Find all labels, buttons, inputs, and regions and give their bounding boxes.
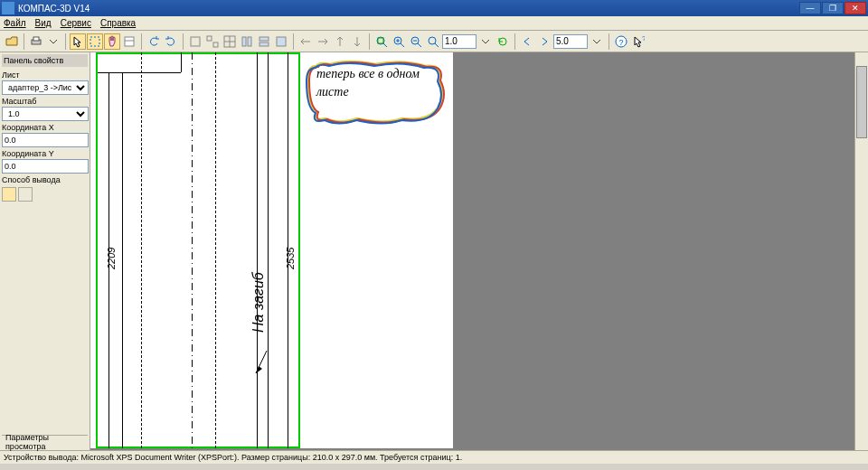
grid3-icon[interactable] <box>222 33 238 50</box>
svg-text:?: ? <box>618 38 623 47</box>
main-body: Панель свойств Лист адаптер_3 ->Лист 1 М… <box>0 52 868 450</box>
page-frame <box>96 52 300 448</box>
drawing-line <box>181 52 182 72</box>
drawing-line <box>122 72 123 448</box>
menubar: Файл Вид Сервис Справка <box>0 16 868 31</box>
svg-point-30 <box>429 37 436 44</box>
cursor-icon[interactable] <box>70 33 86 50</box>
zoom-dropdown-icon[interactable] <box>477 33 494 50</box>
help-icon[interactable]: ? <box>613 33 629 50</box>
canvas-wrap: 2209 2535 На загиб теперь все в одном ли… <box>90 52 868 450</box>
svg-rect-15 <box>277 37 286 46</box>
context-help-icon[interactable]: ? <box>630 33 646 50</box>
zoom-window-icon[interactable] <box>425 33 441 50</box>
status-bar: Устройство вывода: Microsoft XPS Documen… <box>0 450 868 464</box>
svg-line-24 <box>401 43 404 47</box>
open-icon[interactable] <box>4 33 20 50</box>
zoom-out-icon[interactable] <box>408 33 424 50</box>
dashed-line <box>215 52 216 448</box>
rotate-left-icon[interactable] <box>146 33 162 50</box>
svg-rect-14 <box>259 42 269 46</box>
close-button[interactable]: ✕ <box>844 2 866 14</box>
dimension-text: 2209 <box>106 248 117 269</box>
dimension-text: 2535 <box>285 248 296 269</box>
print-icon[interactable] <box>28 33 44 50</box>
svg-rect-7 <box>213 42 218 47</box>
align4-icon[interactable] <box>349 33 365 50</box>
sheet-select[interactable]: адаптер_3 ->Лист 1 <box>2 80 89 95</box>
drawing-line <box>257 52 258 448</box>
annotation-text: теперь все в одном <box>316 67 420 81</box>
dashed-line <box>141 52 142 448</box>
maximize-button[interactable]: ❐ <box>822 2 844 14</box>
scale-label: Масштаб <box>2 97 88 106</box>
canvas-background <box>453 52 854 450</box>
refresh-icon[interactable] <box>495 33 511 50</box>
vertical-scrollbar[interactable] <box>854 52 868 450</box>
select-icon[interactable] <box>87 33 103 50</box>
coordy-label: Координата Y <box>2 149 88 158</box>
properties-icon[interactable] <box>121 33 137 50</box>
method-label: Способ вывода <box>2 175 88 184</box>
move-left-icon[interactable] <box>519 33 535 50</box>
drawing-line <box>98 72 181 73</box>
grid5-icon[interactable] <box>256 33 272 50</box>
grid4-icon[interactable] <box>239 33 255 50</box>
app-icon <box>2 2 14 14</box>
coordx-label: Координата X <box>2 123 88 132</box>
method-button-2[interactable] <box>18 187 33 202</box>
svg-rect-2 <box>90 37 99 46</box>
zoom-in-icon[interactable] <box>391 33 407 50</box>
coordy-input[interactable] <box>2 159 89 174</box>
status-text: Устройство вывода: Microsoft XPS Documen… <box>4 453 462 462</box>
drawing-line <box>268 52 269 448</box>
minimize-button[interactable]: — <box>799 2 821 14</box>
svg-line-21 <box>383 43 387 47</box>
toolbar: ? ? <box>0 31 868 52</box>
bottom-tab[interactable]: Параметры просмотра <box>2 435 88 448</box>
move-right-icon[interactable] <box>536 33 552 50</box>
window-title: КОМПАС-3D V14 <box>18 4 798 14</box>
align2-icon[interactable] <box>315 33 331 50</box>
svg-rect-13 <box>259 37 269 41</box>
svg-rect-1 <box>33 37 39 41</box>
grid2-icon[interactable] <box>204 33 221 50</box>
align1-icon[interactable] <box>297 33 314 50</box>
menu-view[interactable]: Вид <box>35 18 52 28</box>
svg-line-28 <box>418 43 421 47</box>
grid1-icon[interactable] <box>187 33 203 50</box>
svg-rect-22 <box>378 38 383 43</box>
align3-icon[interactable] <box>332 33 348 50</box>
drawing-label: На загиб <box>250 272 267 333</box>
grid6-icon[interactable] <box>273 33 289 50</box>
scale-select[interactable]: 1.0 <box>2 107 89 121</box>
print-dropdown-icon[interactable] <box>45 33 61 50</box>
zoom-fit-icon[interactable] <box>373 33 390 50</box>
panel-title: Панель свойств <box>2 54 88 67</box>
sheet-label: Лист <box>2 70 88 80</box>
rotate-right-icon[interactable] <box>163 33 179 50</box>
drawing-canvas[interactable]: 2209 2535 На загиб теперь все в одном ли… <box>90 52 453 448</box>
arrow-icon <box>253 351 271 378</box>
annotation-text: листе <box>316 85 349 99</box>
method-button-1[interactable] <box>2 187 16 202</box>
hand-icon[interactable] <box>104 33 120 50</box>
svg-rect-12 <box>248 37 251 46</box>
properties-panel: Панель свойств Лист адаптер_3 ->Лист 1 М… <box>0 52 90 450</box>
svg-rect-11 <box>242 37 246 46</box>
svg-rect-6 <box>207 36 212 41</box>
svg-rect-5 <box>191 37 200 46</box>
titlebar: КОМПАС-3D V14 — ❐ ✕ <box>0 0 868 16</box>
coordx-input[interactable] <box>2 133 89 147</box>
menu-file[interactable]: Файл <box>4 18 26 28</box>
svg-text:?: ? <box>642 35 645 42</box>
svg-rect-3 <box>125 37 134 46</box>
step-dropdown-icon[interactable] <box>589 33 605 50</box>
svg-line-31 <box>435 43 439 47</box>
menu-service[interactable]: Сервис <box>61 18 91 28</box>
zoom-value-input[interactable] <box>442 34 476 49</box>
step-value-input[interactable] <box>553 34 588 49</box>
menu-help[interactable]: Справка <box>100 18 136 28</box>
